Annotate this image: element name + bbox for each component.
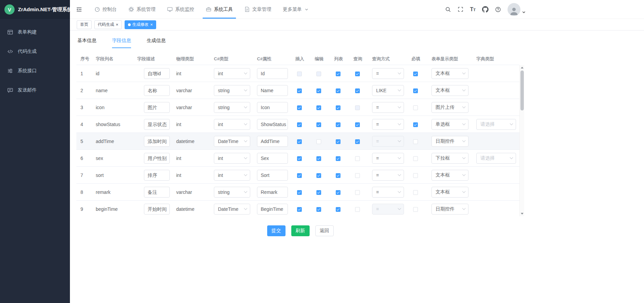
required-checkbox[interactable] bbox=[413, 88, 418, 93]
display-type-select[interactable]: 日期控件 bbox=[431, 204, 468, 215]
list-checkbox[interactable] bbox=[336, 139, 341, 144]
cs-type-select[interactable]: int bbox=[214, 68, 250, 79]
query-checkbox[interactable] bbox=[355, 173, 360, 178]
display-type-select[interactable]: 单选框 bbox=[431, 119, 468, 130]
required-checkbox[interactable] bbox=[413, 156, 418, 161]
cs-prop-input[interactable]: Sex bbox=[257, 153, 288, 164]
cs-prop-input[interactable]: AddTime bbox=[257, 136, 288, 147]
display-type-select[interactable]: 文本框 bbox=[431, 187, 468, 198]
tag-code-gen[interactable]: 代码生成× bbox=[94, 20, 122, 29]
cs-type-select[interactable]: string bbox=[214, 102, 250, 113]
insert-checkbox[interactable] bbox=[297, 105, 302, 110]
cs-type-select[interactable]: DateTime bbox=[214, 204, 250, 215]
query-mode-select[interactable]: = bbox=[372, 204, 404, 215]
list-checkbox[interactable] bbox=[336, 207, 341, 212]
search-icon[interactable] bbox=[445, 6, 451, 13]
field-desc-input[interactable]: 备注 bbox=[144, 187, 170, 198]
query-checkbox[interactable] bbox=[355, 122, 360, 127]
sidebar-item-code-gen[interactable]: 代码生成 bbox=[0, 42, 70, 61]
list-checkbox[interactable] bbox=[336, 72, 341, 76]
nav-item-system-manage[interactable]: 系统管理 bbox=[123, 0, 161, 19]
display-type-select[interactable]: 文本框 bbox=[431, 68, 468, 79]
required-checkbox[interactable] bbox=[413, 207, 418, 212]
query-checkbox[interactable] bbox=[355, 190, 360, 195]
insert-checkbox[interactable] bbox=[297, 156, 302, 161]
query-mode-select[interactable]: = bbox=[372, 102, 404, 113]
edit-checkbox[interactable] bbox=[316, 173, 321, 178]
query-checkbox[interactable] bbox=[355, 156, 360, 161]
cs-type-select[interactable]: string bbox=[214, 187, 250, 198]
query-checkbox[interactable] bbox=[355, 207, 360, 212]
display-type-select[interactable]: 下拉框 bbox=[431, 153, 468, 164]
cs-type-select[interactable]: int bbox=[214, 119, 250, 130]
field-desc-input[interactable]: 开始时间 bbox=[144, 204, 170, 215]
cs-prop-input[interactable]: ShowStatus bbox=[257, 119, 288, 130]
query-mode-select[interactable]: = bbox=[372, 119, 404, 130]
field-desc-input[interactable]: 图片 bbox=[144, 102, 170, 113]
list-checkbox[interactable] bbox=[336, 190, 341, 195]
dict-type-select[interactable]: 请选择 bbox=[476, 119, 516, 130]
insert-checkbox[interactable] bbox=[297, 207, 302, 212]
sidebar-item-system-api[interactable]: 系统接口 bbox=[0, 61, 70, 80]
field-desc-input[interactable]: 名称 bbox=[144, 85, 170, 96]
query-mode-select[interactable]: = bbox=[372, 187, 404, 198]
required-checkbox[interactable] bbox=[413, 122, 418, 127]
tab-field-info[interactable]: 字段信息 bbox=[112, 38, 131, 48]
help-icon[interactable] bbox=[495, 6, 501, 13]
edit-checkbox[interactable] bbox=[316, 88, 321, 93]
field-desc-input[interactable]: 添加时间 bbox=[144, 136, 170, 147]
tab-gen-info[interactable]: 生成信息 bbox=[147, 38, 166, 48]
query-checkbox[interactable] bbox=[355, 72, 360, 76]
nav-item-system-tools[interactable]: 系统工具 bbox=[200, 0, 239, 19]
scroll-up-arrow-icon[interactable] bbox=[521, 67, 523, 68]
fullscreen-icon[interactable] bbox=[458, 6, 463, 12]
tag-home[interactable]: 首页 bbox=[77, 20, 92, 29]
query-mode-select[interactable]: = bbox=[372, 170, 404, 181]
insert-checkbox[interactable] bbox=[297, 139, 302, 144]
edit-checkbox[interactable] bbox=[316, 207, 321, 212]
query-checkbox[interactable] bbox=[355, 139, 360, 144]
cs-prop-input[interactable]: Sort bbox=[257, 170, 288, 181]
query-mode-select[interactable]: = bbox=[372, 68, 404, 79]
scroll-down-arrow-icon[interactable] bbox=[521, 213, 523, 215]
cs-type-select[interactable]: string bbox=[214, 85, 250, 96]
required-checkbox[interactable] bbox=[413, 72, 418, 76]
cs-prop-input[interactable]: Name bbox=[257, 85, 288, 96]
font-size-icon[interactable]: TT bbox=[470, 6, 476, 13]
app-logo[interactable]: V ZrAdmin.NET-管理系统 bbox=[0, 0, 70, 19]
field-desc-input[interactable]: 显示状态 bbox=[144, 119, 170, 130]
field-desc-input[interactable]: 用户性别 bbox=[144, 153, 170, 164]
nav-item-console[interactable]: 控制台 bbox=[89, 0, 123, 19]
display-type-select[interactable]: 图片上传 bbox=[431, 102, 468, 113]
insert-checkbox[interactable] bbox=[297, 88, 302, 93]
query-mode-select[interactable]: LIKE bbox=[372, 85, 404, 96]
cs-prop-input[interactable]: BeginTime bbox=[257, 204, 288, 215]
field-desc-input[interactable]: 排序 bbox=[144, 170, 170, 181]
insert-checkbox[interactable] bbox=[297, 190, 302, 195]
submit-button[interactable]: 提交 bbox=[267, 225, 286, 236]
cs-type-select[interactable]: DateTime bbox=[214, 136, 250, 147]
close-icon[interactable]: × bbox=[150, 22, 153, 27]
cs-prop-input[interactable]: Id bbox=[257, 68, 288, 79]
dict-type-select[interactable]: 请选择 bbox=[476, 153, 516, 164]
required-checkbox[interactable] bbox=[413, 105, 418, 110]
display-type-select[interactable]: 日期控件 bbox=[431, 136, 468, 147]
list-checkbox[interactable] bbox=[336, 88, 341, 93]
list-checkbox[interactable] bbox=[336, 156, 341, 161]
sidebar-item-form-build[interactable]: 表单构建 bbox=[0, 22, 70, 42]
insert-checkbox[interactable] bbox=[297, 173, 302, 178]
cs-prop-input[interactable]: Icon bbox=[257, 102, 288, 113]
display-type-select[interactable]: 文本框 bbox=[431, 170, 468, 181]
edit-checkbox[interactable] bbox=[316, 190, 321, 195]
list-checkbox[interactable] bbox=[336, 173, 341, 178]
query-mode-select[interactable]: = bbox=[372, 136, 404, 147]
cs-type-select[interactable]: int bbox=[214, 153, 250, 164]
edit-checkbox[interactable] bbox=[316, 139, 321, 144]
list-checkbox[interactable] bbox=[336, 122, 341, 127]
user-avatar-menu[interactable] bbox=[508, 3, 526, 16]
field-desc-input[interactable]: 自增id bbox=[144, 68, 170, 79]
cs-type-select[interactable]: int bbox=[214, 170, 250, 181]
required-checkbox[interactable] bbox=[413, 173, 418, 178]
tab-basic-info[interactable]: 基本信息 bbox=[77, 38, 96, 48]
display-type-select[interactable]: 文本框 bbox=[431, 85, 468, 96]
